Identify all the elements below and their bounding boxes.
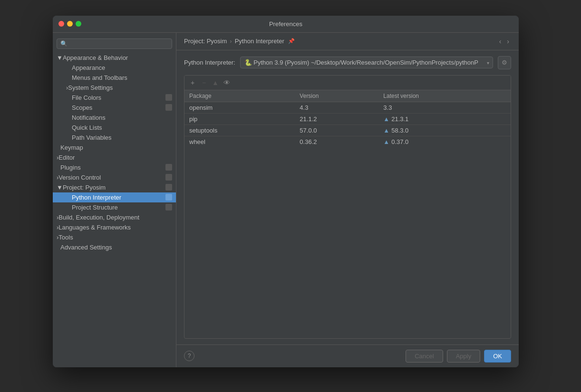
sidebar-label: Appearance & Behavior (63, 54, 172, 61)
table-row[interactable]: opensim 4.3 3.3 (184, 102, 511, 113)
search-box[interactable]: 🔍 (57, 38, 172, 49)
package-latest: ▲0.37.0 (378, 136, 511, 147)
gear-icon: ⚙ (502, 59, 507, 66)
package-latest: ▲58.3.0 (378, 124, 511, 136)
sidebar-item-plugins[interactable]: Plugins (53, 163, 176, 172)
sidebar-label: Languages & Frameworks (58, 224, 172, 231)
sidebar-label: File Colors (72, 94, 165, 101)
sidebar-item-appearance-behavior[interactable]: ▼ Appearance & Behavior (53, 53, 176, 63)
maximize-button[interactable] (76, 21, 81, 27)
sidebar-label: Notifications (72, 114, 172, 121)
sidebar-item-python-interpreter[interactable]: Python Interpreter (53, 192, 176, 202)
sidebar-item-appearance[interactable]: Appearance (53, 63, 176, 73)
sidebar-item-tools[interactable]: › Tools (53, 232, 176, 242)
col-latest: Latest version (378, 90, 511, 102)
sidebar-item-keymap[interactable]: Keymap (53, 143, 176, 153)
sidebar-item-project-pyosim[interactable]: ▼ Project: Pyosim (53, 182, 176, 192)
upgrade-arrow-icon: ▲ (383, 127, 389, 134)
upgrade-arrow-icon: ▲ (383, 115, 389, 123)
table-row[interactable]: pip 21.1.2 ▲21.3.1 (184, 113, 511, 124)
sidebar-item-system-settings[interactable]: › System Settings (53, 83, 176, 93)
back-button[interactable]: ‹ (497, 37, 504, 46)
main-content: 🔍 ▼ Appearance & Behavior Appearance Men… (53, 33, 519, 367)
traffic-lights (58, 21, 81, 27)
badge (165, 174, 172, 181)
package-name: opensim (184, 102, 295, 113)
package-latest: 3.3 (378, 102, 511, 113)
search-icon: 🔍 (60, 40, 68, 47)
forward-button[interactable]: › (505, 37, 511, 46)
sidebar-item-version-control[interactable]: › Version Control (53, 172, 176, 182)
sidebar: 🔍 ▼ Appearance & Behavior Appearance Men… (53, 33, 176, 367)
badge (165, 164, 172, 171)
sidebar-label: Build, Execution, Deployment (58, 214, 172, 221)
interpreter-label: Python Interpreter: (184, 59, 235, 66)
breadcrumb-separator: › (230, 38, 232, 45)
breadcrumb-nav: ‹ › (497, 37, 511, 46)
interpreter-select-wrapper: 🐍 Python 3.9 (Pyosim) ~/Desktop/Work/Res… (240, 57, 493, 68)
sidebar-label: Scopes (72, 104, 165, 111)
sidebar-item-advanced-settings[interactable]: Advanced Settings (53, 242, 176, 252)
remove-package-button[interactable]: − (199, 77, 209, 88)
help-button[interactable]: ? (184, 351, 194, 361)
sidebar-label: Keymap (60, 144, 172, 151)
col-version: Version (295, 90, 378, 102)
close-button[interactable] (58, 21, 64, 27)
package-version: 0.36.2 (295, 136, 378, 147)
pin-icon: 📌 (288, 38, 295, 44)
badge (165, 94, 172, 101)
package-latest: ▲21.3.1 (378, 113, 511, 124)
badge (165, 194, 172, 201)
ok-button[interactable]: OK (484, 350, 511, 363)
sidebar-item-languages-frameworks[interactable]: › Languages & Frameworks (53, 222, 176, 232)
minimize-button[interactable] (67, 21, 73, 27)
up-button[interactable]: ▲ (210, 77, 221, 88)
package-toolbar: + − ▲ 👁 (184, 76, 511, 90)
sidebar-item-quick-lists[interactable]: Quick Lists (53, 123, 176, 133)
sidebar-label: Menus and Toolbars (72, 74, 172, 81)
sidebar-item-scopes[interactable]: Scopes (53, 103, 176, 113)
sidebar-item-editor[interactable]: › Editor (53, 153, 176, 163)
table-row[interactable]: wheel 0.36.2 ▲0.37.0 (184, 136, 511, 147)
sidebar-item-file-colors[interactable]: File Colors (53, 93, 176, 103)
sidebar-label: Project: Pyosim (63, 184, 165, 191)
breadcrumb-current: Python Interpreter (235, 38, 284, 45)
chevron-down-icon: ▼ (57, 184, 63, 191)
sidebar-label: Project Structure (72, 204, 165, 211)
packages-table: Package Version Latest version opensim 4… (184, 90, 511, 147)
sidebar-item-path-variables[interactable]: Path Variables (53, 133, 176, 143)
col-package: Package (184, 90, 295, 102)
add-package-button[interactable]: + (187, 77, 198, 88)
search-input[interactable] (70, 40, 168, 47)
package-name: setuptools (184, 124, 295, 136)
package-version: 21.1.2 (295, 113, 378, 124)
sidebar-label: Path Variables (72, 134, 172, 141)
table-row[interactable]: setuptools 57.0.0 ▲58.3.0 (184, 124, 511, 136)
sidebar-item-menus-toolbars[interactable]: Menus and Toolbars (53, 73, 176, 83)
package-version: 57.0.0 (295, 124, 378, 136)
right-panel: Project: Pyosim › Python Interpreter 📌 ‹… (176, 33, 519, 367)
sidebar-label: Python Interpreter (72, 194, 165, 201)
package-name: pip (184, 113, 295, 124)
sidebar-item-build-exec-deploy[interactable]: › Build, Execution, Deployment (53, 212, 176, 222)
show-updates-button[interactable]: 👁 (222, 77, 232, 88)
sidebar-label: Editor (58, 154, 172, 161)
table-header-row: Package Version Latest version (184, 90, 511, 102)
sidebar-label: Quick Lists (72, 124, 172, 131)
interpreter-settings-button[interactable]: ⚙ (498, 56, 511, 69)
chevron-down-icon: ▼ (57, 54, 63, 61)
apply-button[interactable]: Apply (447, 350, 481, 363)
package-name: wheel (184, 136, 295, 147)
package-version: 4.3 (295, 102, 378, 113)
sidebar-label: System Settings (68, 84, 172, 91)
sidebar-item-notifications[interactable]: Notifications (53, 113, 176, 123)
package-area: + − ▲ 👁 Package Version Latest version (184, 75, 511, 339)
preferences-dialog: Preferences 🔍 ▼ Appearance & Behavior Ap… (53, 16, 519, 367)
sidebar-label: Version Control (58, 174, 165, 181)
sidebar-label: Plugins (60, 164, 165, 171)
interpreter-select[interactable]: 🐍 Python 3.9 (Pyosim) ~/Desktop/Work/Res… (240, 57, 493, 68)
title-bar: Preferences (53, 16, 519, 33)
sidebar-item-project-structure[interactable]: Project Structure (53, 202, 176, 212)
cancel-button[interactable]: Cancel (406, 350, 443, 363)
breadcrumb: Project: Pyosim › Python Interpreter 📌 ‹… (176, 33, 519, 50)
